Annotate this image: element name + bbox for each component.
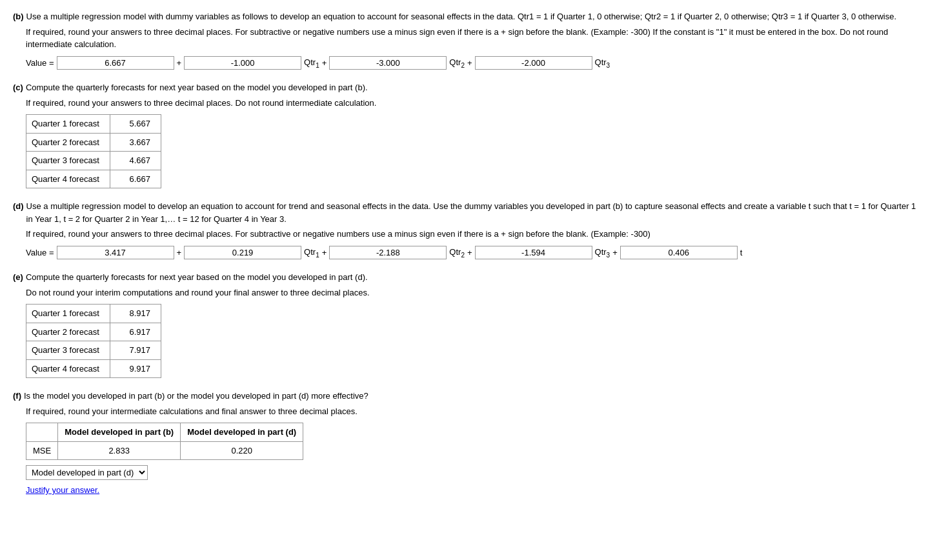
part-e-forecast-table: Quarter 1 forecast Quarter 2 forecast Qu… xyxy=(26,304,161,378)
part-d-t-coef-input[interactable] xyxy=(620,246,738,259)
part-e-q2-label: Quarter 2 forecast xyxy=(26,323,110,341)
table-row: Quarter 1 forecast xyxy=(26,305,161,323)
part-f-model-table: Model developed in part (b) Model develo… xyxy=(26,423,303,460)
part-d-rounding-note: If required, round your answers to three… xyxy=(26,228,924,241)
part-b-plus2: + xyxy=(322,57,327,70)
part-b-label: (b) xyxy=(13,10,24,23)
part-d-plus2: + xyxy=(322,246,327,259)
part-b-qtr2-coef-input[interactable] xyxy=(329,56,447,70)
part-d-t-label: t xyxy=(740,246,743,259)
part-b-plus3: + xyxy=(467,57,472,70)
table-row: Quarter 2 forecast xyxy=(26,323,161,341)
part-d-equation: Value = + Qtr1 + Qtr2 + Qtr3 + t xyxy=(26,246,924,260)
model-table-mse-label: MSE xyxy=(26,441,58,460)
part-b-qtr1-label: Qtr1 xyxy=(304,56,319,70)
part-d-qtr3-label: Qtr3 xyxy=(595,246,610,260)
part-d-qtr2-label: Qtr2 xyxy=(449,246,465,260)
part-f-label: (f) xyxy=(13,390,21,403)
part-c-q3-label: Quarter 3 forecast xyxy=(26,152,110,170)
part-d-qtr1-coef-input[interactable] xyxy=(184,246,301,259)
part-e-q4-input[interactable] xyxy=(116,363,154,375)
part-c-q4-input[interactable] xyxy=(116,173,154,185)
model-table-header-row: Model developed in part (b) Model develo… xyxy=(26,423,303,442)
part-d-constant-input[interactable] xyxy=(57,246,174,259)
model-table-b-header: Model developed in part (b) xyxy=(58,423,181,442)
part-e-rounding-note: Do not round your interim computations a… xyxy=(26,286,924,299)
part-b-constant-input[interactable] xyxy=(57,56,174,70)
table-row: Quarter 4 forecast xyxy=(26,170,161,188)
part-d-eq-value-label: Value = xyxy=(26,246,54,259)
part-e-section: (e) Compute the quarterly forecasts for … xyxy=(13,271,924,378)
part-f-section: (f) Is the model you developed in part (… xyxy=(13,390,924,497)
part-c-description: Compute the quarterly forecasts for next… xyxy=(26,81,368,94)
part-e-q1-input[interactable] xyxy=(116,307,154,319)
part-f-description: Is the model you developed in part (b) o… xyxy=(24,390,368,403)
part-d-label: (d) xyxy=(13,200,24,213)
part-d-qtr2-coef-input[interactable] xyxy=(329,246,447,259)
table-row: Quarter 2 forecast xyxy=(26,133,161,152)
part-e-q2-input[interactable] xyxy=(116,326,154,338)
part-f-model-select[interactable]: Model developed in part (b) Model develo… xyxy=(26,465,148,480)
part-e-q3-input[interactable] xyxy=(116,344,154,356)
table-row: Quarter 1 forecast xyxy=(26,115,161,134)
part-b-rounding-note: If required, round your answers to three… xyxy=(26,26,924,51)
part-d-section: (d) Use a multiple regression model to d… xyxy=(13,200,924,259)
part-b-qtr1-coef-input[interactable] xyxy=(184,56,301,70)
table-row: Quarter 4 forecast xyxy=(26,359,161,378)
part-c-forecast-table: Quarter 1 forecast Quarter 2 forecast Qu… xyxy=(26,114,161,188)
model-table-empty-header xyxy=(26,423,58,442)
part-e-q1-label: Quarter 1 forecast xyxy=(26,305,110,323)
part-d-plus3: + xyxy=(467,246,472,259)
part-c-section: (c) Compute the quarterly forecasts for … xyxy=(13,81,924,188)
part-c-q1-label: Quarter 1 forecast xyxy=(26,115,110,134)
model-table-d-header: Model developed in part (d) xyxy=(181,423,303,442)
part-d-qtr1-label: Qtr1 xyxy=(304,246,319,260)
part-b-plus1: + xyxy=(177,57,182,70)
part-d-plus4: + xyxy=(612,246,618,259)
part-b-qtr2-label: Qtr2 xyxy=(449,56,465,70)
part-c-rounding-note: If required, round your answers to three… xyxy=(26,97,924,110)
part-f-mse-b-input[interactable] xyxy=(97,445,142,457)
part-f-rounding-note: If required, round your intermediate cal… xyxy=(26,405,924,418)
part-d-plus1: + xyxy=(177,246,182,259)
part-e-description: Compute the quarterly forecasts for next… xyxy=(26,271,368,284)
part-f-mse-d-input[interactable] xyxy=(219,445,265,457)
part-c-q2-input[interactable] xyxy=(116,136,154,148)
part-b-description: Use a multiple regression model with dum… xyxy=(26,10,896,23)
part-d-qtr3-coef-input[interactable] xyxy=(475,246,592,259)
part-f-dropdown-row: Model developed in part (b) Model develo… xyxy=(26,465,924,480)
part-e-q3-label: Quarter 3 forecast xyxy=(26,341,110,360)
part-c-q2-label: Quarter 2 forecast xyxy=(26,133,110,152)
part-c-q4-label: Quarter 4 forecast xyxy=(26,170,110,188)
table-row: Quarter 3 forecast xyxy=(26,152,161,170)
part-b-section: (b) Use a multiple regression model with… xyxy=(13,10,924,70)
part-c-label: (c) xyxy=(13,81,23,94)
table-row: Quarter 3 forecast xyxy=(26,341,161,360)
part-d-description: Use a multiple regression model to devel… xyxy=(26,200,924,225)
part-e-q4-label: Quarter 4 forecast xyxy=(26,359,110,378)
part-e-label: (e) xyxy=(13,271,23,284)
model-table-mse-row: MSE xyxy=(26,441,303,460)
part-b-qtr3-label: Qtr3 xyxy=(595,56,610,70)
part-b-qtr3-coef-input[interactable] xyxy=(475,56,592,70)
part-b-eq-value-label: Value = xyxy=(26,57,54,70)
part-b-equation: Value = + Qtr1 + Qtr2 + Qtr3 xyxy=(26,56,924,70)
justify-answer-link[interactable]: Justify your answer. xyxy=(26,484,924,497)
part-c-q3-input[interactable] xyxy=(116,154,154,166)
part-c-q1-input[interactable] xyxy=(116,117,154,130)
